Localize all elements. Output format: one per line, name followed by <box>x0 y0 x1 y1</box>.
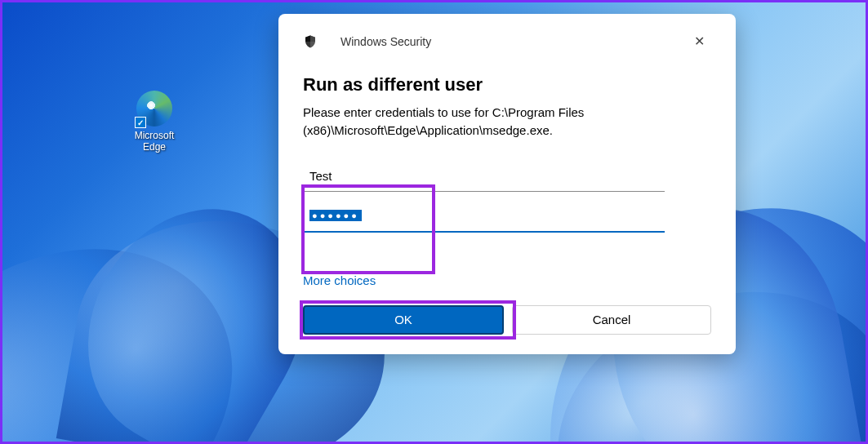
desktop-icon-label: Microsoft Edge <box>127 130 182 153</box>
password-input[interactable]: ●●●●●● <box>309 210 362 221</box>
windows-security-dialog: Windows Security ✕ Run as different user… <box>278 14 736 354</box>
username-row <box>303 159 711 192</box>
dialog-heading: Run as different user <box>303 74 711 95</box>
shortcut-check-icon <box>135 117 146 128</box>
dialog-button-row: OK Cancel <box>303 305 711 335</box>
username-input[interactable] <box>303 159 665 192</box>
shield-icon <box>303 34 318 49</box>
more-choices-link[interactable]: More choices <box>303 273 376 287</box>
close-button[interactable]: ✕ <box>688 32 711 51</box>
edge-icon <box>136 91 172 127</box>
dialog-header: Windows Security ✕ <box>303 32 711 64</box>
dialog-header-title: Windows Security <box>341 35 431 48</box>
ok-button[interactable]: OK <box>303 305 504 335</box>
desktop-icon-edge[interactable]: Microsoft Edge <box>127 91 182 153</box>
password-row[interactable]: ●●●●●● <box>303 198 665 233</box>
cancel-button[interactable]: Cancel <box>512 305 711 335</box>
dialog-description: Please enter credentials to use for C:\P… <box>303 104 711 140</box>
